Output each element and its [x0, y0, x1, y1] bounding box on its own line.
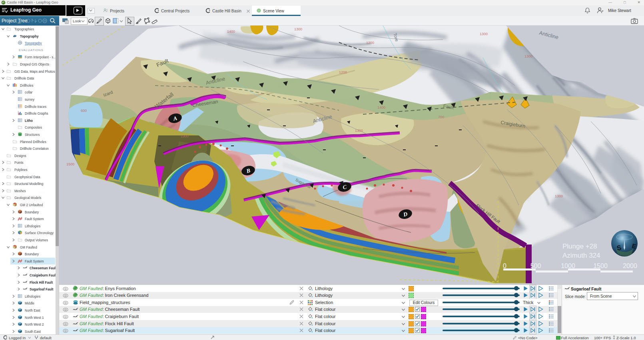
svg-text:0: 0	[503, 262, 506, 269]
svg-text:1300: 1300	[181, 134, 189, 138]
svg-text:1300: 1300	[555, 194, 563, 198]
svg-text:1400: 1400	[227, 30, 235, 34]
svg-text:2000: 2000	[623, 262, 637, 269]
svg-text:1200: 1200	[339, 70, 347, 74]
svg-text:600: 600	[81, 109, 87, 113]
svg-text:1300: 1300	[480, 32, 488, 36]
svg-text:1000: 1000	[561, 262, 575, 269]
svg-text:500: 500	[530, 262, 541, 269]
svg-text:Azimuth 324: Azimuth 324	[562, 252, 600, 259]
svg-text:700: 700	[438, 115, 444, 119]
svg-text:Plunge +28: Plunge +28	[562, 243, 597, 250]
svg-text:1300: 1300	[355, 129, 363, 133]
svg-text:1200: 1200	[366, 41, 374, 45]
svg-text:1500: 1500	[593, 262, 608, 269]
svg-text:1500: 1500	[66, 162, 74, 166]
svg-text:1300: 1300	[294, 27, 302, 31]
svg-text:1400: 1400	[377, 105, 385, 109]
svg-text:1300: 1300	[524, 54, 532, 58]
